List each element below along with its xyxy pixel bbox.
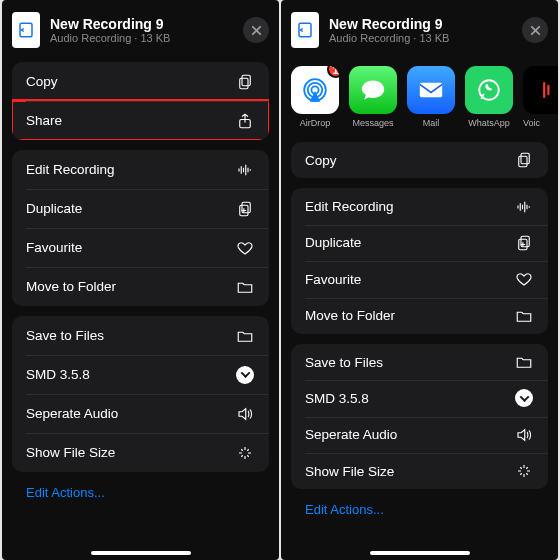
duplicate-icon: [514, 233, 534, 253]
heart-icon: [514, 269, 534, 289]
group-copy: Copy: [291, 142, 548, 178]
svg-rect-4: [242, 202, 250, 213]
sparkle-icon: [514, 461, 534, 481]
svg-rect-2: [240, 78, 248, 89]
share-icon: [235, 111, 255, 131]
folder-icon: [235, 277, 255, 297]
share-voice-partial[interactable]: Voic: [523, 66, 537, 128]
menu-seperate-audio[interactable]: Seperate Audio: [12, 394, 269, 433]
menu-smd[interactable]: SMD 3.5.8: [12, 355, 269, 394]
group-edit: Edit Recording Duplicate Favourite Move …: [12, 150, 269, 306]
share-whatsapp[interactable]: WhatsApp: [465, 66, 513, 128]
menu-favourite[interactable]: Favourite: [291, 261, 548, 297]
speaker-icon: [235, 404, 255, 424]
menu-smd[interactable]: SMD 3.5.8: [291, 380, 548, 416]
group-edit: Edit Recording Duplicate Favourite Move …: [291, 188, 548, 334]
home-indicator: [91, 551, 191, 555]
waveform-icon: [514, 197, 534, 217]
svg-rect-13: [519, 156, 527, 167]
document-title: New Recording 9: [329, 16, 512, 32]
copy-icon: [235, 72, 255, 92]
menu-save-to-files[interactable]: Save to Files: [12, 316, 269, 355]
heart-icon: [235, 238, 255, 258]
duplicate-icon: [235, 199, 255, 219]
group-extras: Save to Files SMD 3.5.8 Seperate Audio S…: [291, 344, 548, 490]
left-screen: New Recording 9 Audio Recording·13 KB Co…: [2, 0, 279, 560]
share-mail[interactable]: Mail: [407, 66, 455, 128]
document-subtitle: Audio Recording·13 KB: [50, 32, 233, 44]
document-icon: [12, 12, 40, 48]
close-icon: [530, 25, 541, 36]
chevron-down-icon: [514, 388, 534, 408]
share-messages[interactable]: Messages: [349, 66, 397, 128]
copy-icon: [514, 150, 534, 170]
menu-share[interactable]: Share: [12, 101, 269, 140]
svg-rect-1: [242, 75, 250, 86]
group-extras: Save to Files SMD 3.5.8 Seperate Audio S…: [12, 316, 269, 472]
folder-icon: [514, 352, 534, 372]
messages-icon: [349, 66, 397, 114]
menu-copy[interactable]: Copy: [291, 142, 548, 178]
menu-move-to-folder[interactable]: Move to Folder: [291, 298, 548, 334]
menu-copy[interactable]: Copy: [12, 62, 269, 101]
whatsapp-icon: [465, 66, 513, 114]
menu-duplicate[interactable]: Duplicate: [12, 189, 269, 228]
sheet-header: New Recording 9 Audio Recording·13 KB: [291, 10, 548, 62]
folder-icon: [235, 326, 255, 346]
document-subtitle: Audio Recording·13 KB: [329, 32, 512, 44]
waveform-icon: [235, 160, 255, 180]
edit-actions-link[interactable]: Edit Actions...: [12, 482, 269, 503]
folder-icon: [514, 306, 534, 326]
menu-edit-recording[interactable]: Edit Recording: [12, 150, 269, 189]
menu-favourite[interactable]: Favourite: [12, 228, 269, 267]
speaker-icon: [514, 425, 534, 445]
svg-rect-10: [420, 83, 442, 97]
sparkle-icon: [235, 443, 255, 463]
home-indicator: [370, 551, 470, 555]
menu-move-to-folder[interactable]: Move to Folder: [12, 267, 269, 306]
right-screen: New Recording 9 Audio Recording·13 KB 1 …: [281, 0, 558, 560]
sheet-header: New Recording 9 Audio Recording·13 KB: [12, 10, 269, 62]
close-button[interactable]: [522, 17, 548, 43]
menu-save-to-files[interactable]: Save to Files: [291, 344, 548, 380]
menu-duplicate[interactable]: Duplicate: [291, 225, 548, 261]
mail-icon: [407, 66, 455, 114]
menu-show-file-size[interactable]: Show File Size: [12, 433, 269, 472]
svg-rect-12: [521, 153, 529, 164]
close-icon: [251, 25, 262, 36]
voice-icon: [523, 66, 558, 114]
menu-seperate-audio[interactable]: Seperate Audio: [291, 417, 548, 453]
document-icon: [291, 12, 319, 48]
menu-show-file-size[interactable]: Show File Size: [291, 453, 548, 489]
svg-rect-14: [521, 236, 529, 247]
share-airdrop[interactable]: 1 AirDrop: [291, 66, 339, 128]
airdrop-icon: 1: [291, 66, 339, 114]
menu-edit-recording[interactable]: Edit Recording: [291, 188, 548, 224]
document-title: New Recording 9: [50, 16, 233, 32]
edit-actions-link[interactable]: Edit Actions...: [291, 499, 548, 520]
chevron-down-icon: [235, 365, 255, 385]
share-targets-row: 1 AirDrop Messages Mail WhatsApp: [291, 62, 548, 142]
close-button[interactable]: [243, 17, 269, 43]
group-copy-share: Copy Share: [12, 62, 269, 140]
